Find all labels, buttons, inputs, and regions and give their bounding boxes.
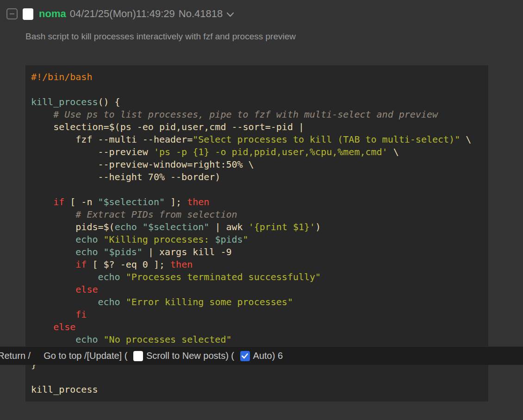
post-datetime: 04/21/25(Mon)11:49:29 [70,8,175,20]
code-line: else [31,283,483,296]
collapse-post-icon[interactable] [6,8,18,19]
code-line: --preview-window=right:50% \ [31,158,483,171]
code-line: fzf --multi --header="Select processes t… [31,133,483,146]
post-subject: Bash script to kill processes interactiv… [25,31,296,42]
code-token-def [120,271,126,282]
code-token-def [31,296,98,307]
code-line: kill_process [31,383,483,396]
code-token-kw: if [31,196,64,207]
code-token-def: [ $? -eq 0 ]; [87,259,170,270]
paren: ( [122,351,130,361]
separator: / [81,351,87,361]
code-token-com: # Extract PIDs from selection [31,209,237,220]
code-token-kw: else [31,284,98,295]
code-token-def [137,221,143,232]
code-line: pids=$(echo "$selection" | awk '{print $… [31,221,483,233]
code-line: echo "Processes terminated successfully" [31,271,483,283]
code-token-def: fzf --multi --header= [31,134,193,145]
code-line [31,183,483,196]
code-line: kill_process() { [31,96,483,108]
separator: / [25,351,31,361]
code-token-str: " [243,234,249,245]
code-token-def: --preview [31,146,154,157]
paren: ) [272,351,278,361]
code-token-str: "Select processes to kill (TAB to multi-… [193,134,460,145]
code-line: # Extract PIDs from selection [31,208,483,221]
code-token-str: "Processes terminated successfully" [126,271,321,282]
code-token-def: ]; [165,196,187,207]
code-line: echo "No processes selected" [31,333,483,346]
code-token-def: \ [388,146,399,157]
code-token-str: "No processes selected" [104,334,232,345]
code-line: if [ $? -eq 0 ]; then [31,258,483,271]
code-token-def [98,246,104,257]
code-token-def [31,271,98,282]
code-token-fn: echo [115,221,137,232]
code-line: fi [31,308,483,321]
code-token-def [31,246,75,257]
code-line: if [ -n "$selection" ]; then [31,196,483,208]
update-link[interactable]: [Update] [87,351,122,361]
code-token-def: --preview-window=right:50% \ [31,159,254,170]
poster-name: noma [39,8,66,20]
code-token-str: '{print $1}' [249,221,316,232]
paren: ) ( [225,351,237,361]
scroll-to-new-posts-checkbox[interactable] [133,351,143,361]
code-token-kw: if [31,259,87,270]
code-token-com: # Use ps to list processes, pipe to fzf … [31,109,438,120]
code-token-var: "$selection" [143,221,210,232]
minus-icon [10,13,14,14]
post-header: noma 04/21/25(Mon)11:49:29 No.41818 [6,6,234,21]
code-token-str: "Killing processes: [104,234,215,245]
code-line: --height 70% --border) [31,171,483,183]
code-token-kw: then [187,196,209,207]
code-line [31,83,483,96]
code-token-kw: fi [31,309,87,320]
code-token-def: () { [98,96,120,107]
code-line [31,371,483,383]
code-token-def: | awk [209,221,248,232]
code-token-str: "Error killing some processes" [126,296,293,307]
checkmark-icon [242,353,248,359]
code-token-def: kill_process [31,384,98,395]
code-line: echo "Error killing some processes" [31,296,483,308]
code-token-def: ) [315,221,321,232]
post-checkbox[interactable] [23,8,33,20]
code-token-def [98,334,104,345]
code-token-def: --height 70% --border) [31,171,220,182]
code-token-fn: echo [75,234,98,245]
auto-update-checkbox[interactable] [240,351,250,361]
code-token-def: pids=$( [31,221,115,232]
auto-update-label: Auto [253,351,272,361]
code-token-def [98,234,104,245]
go-to-top-link[interactable]: Go to top [44,351,81,361]
code-token-sh: #!/bin/bash [31,71,92,82]
return-link[interactable]: Return [0,351,25,361]
code-line: echo "$pids" | xargs kill -9 [31,246,483,258]
code-token-def [120,296,126,307]
code-token-fn: echo [75,334,98,345]
code-line: else [31,321,483,333]
code-line: #!/bin/bash [31,71,483,83]
code-line: selection=$(ps -eo pid,user,cmd --sort=-… [31,121,483,133]
code-token-var: $pids [215,234,243,245]
code-token-var: "$pids" [104,246,143,257]
code-token-def: \ [460,134,471,145]
chevron-down-icon[interactable] [226,12,234,18]
code-token-def [31,234,75,245]
code-line: --preview 'ps -p {1} -o pid,ppid,user,%c… [31,146,483,158]
code-token-fn: echo [98,296,120,307]
code-line: # Use ps to list processes, pipe to fzf … [31,108,483,121]
code-token-kw: then [170,259,193,270]
bottom-bar: Return / Go to top / [Update] ( Scroll t… [0,346,523,365]
code-token-def: selection=$(ps -eo pid,user,cmd --sort=-… [31,121,304,132]
code-line: echo "Killing processes: $pids" [31,233,483,246]
code-token-str: 'ps -p {1} -o pid,ppid,user,%cpu,%mem,cm… [154,146,388,157]
code-token-def: | xargs kill -9 [143,246,232,257]
new-posts-count: 6 [278,351,283,361]
code-token-def [31,334,75,345]
code-token-def: [ -n [64,196,98,207]
scroll-to-new-posts-label: Scroll to New posts [146,351,225,361]
post-number: No.41818 [179,8,223,20]
code-token-fn: echo [75,246,98,257]
